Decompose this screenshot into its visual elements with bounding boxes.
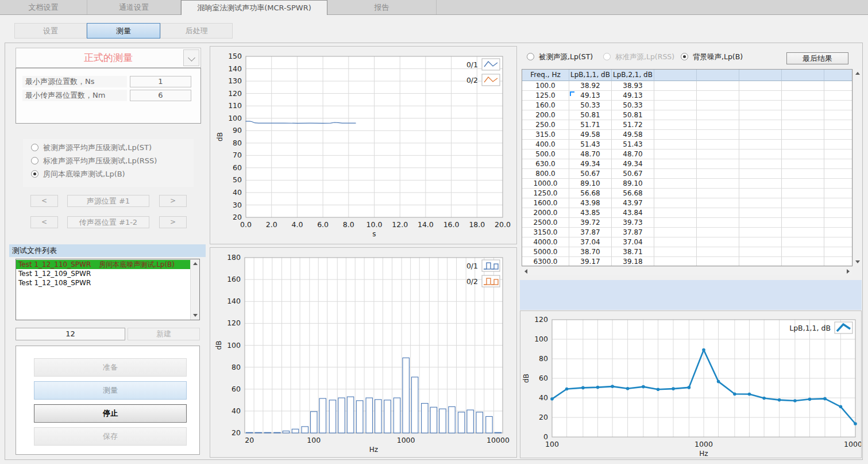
tab-report[interactable]: 报告	[327, 0, 437, 14]
table-cell[interactable]: 315.0	[522, 130, 569, 140]
table-cell[interactable]	[654, 159, 697, 169]
table-cell[interactable]: 500.0	[522, 149, 569, 159]
table-cell[interactable]	[739, 189, 782, 198]
table-cell[interactable]: 125.0	[522, 91, 569, 101]
table-cell[interactable]	[697, 218, 739, 228]
table-cell[interactable]: 49.34	[569, 159, 612, 169]
table-cell[interactable]	[654, 149, 697, 159]
table-cell[interactable]	[697, 208, 739, 218]
file-list-item[interactable]: Test 1_12_110_SPWR房间本底噪声测试,Lp(B)	[16, 260, 190, 269]
table-cell[interactable]	[697, 101, 739, 110]
param-value-2[interactable]: 6	[130, 90, 191, 101]
table-cell[interactable]: 56.68	[569, 189, 612, 198]
table-cell[interactable]	[697, 179, 739, 189]
table-cell[interactable]	[824, 247, 852, 257]
mic-position-next-button[interactable]: >	[159, 216, 187, 228]
legend-0-1[interactable]: 0/1	[466, 260, 500, 271]
table-cell[interactable]	[697, 110, 739, 120]
radio-view-lp-b[interactable]: 背景噪声,Lp(B)	[681, 52, 743, 62]
table-cell[interactable]	[782, 91, 824, 101]
table-cell[interactable]	[739, 120, 782, 130]
table-cell[interactable]: 50.33	[612, 101, 654, 110]
table-cell[interactable]: 39.18	[612, 257, 654, 266]
table-cell[interactable]: 89.10	[569, 179, 612, 189]
table-cell[interactable]: 43.84	[612, 208, 654, 218]
table-cell[interactable]	[654, 247, 697, 257]
radio-test-lp-b[interactable]: 房间本底噪声测试,Lp(B)	[31, 169, 125, 179]
table-cell[interactable]	[824, 140, 852, 149]
table-header-cell[interactable]	[824, 70, 852, 81]
chevron-down-icon[interactable]	[183, 49, 199, 66]
table-header-cell[interactable]: Freq., Hz	[522, 70, 569, 81]
file-list-item[interactable]: Test 1_12_109_SPWR	[16, 269, 190, 278]
legend-0-2[interactable]: 0/2	[466, 74, 500, 86]
table-cell[interactable]	[782, 237, 824, 247]
scroll-down-icon[interactable]	[193, 314, 198, 317]
scroll-up-icon[interactable]	[855, 72, 860, 75]
table-cell[interactable]	[654, 169, 697, 179]
table-cell[interactable]	[824, 237, 852, 247]
legend-0-2[interactable]: 0/2	[466, 275, 500, 287]
table-cell[interactable]	[697, 198, 739, 208]
table-header-cell[interactable]: LpB,1,1, dB	[569, 70, 612, 81]
table-cell[interactable]	[654, 120, 697, 130]
table-cell[interactable]: 37.87	[612, 228, 654, 237]
table-cell[interactable]	[782, 257, 824, 266]
table-header-cell[interactable]	[739, 70, 782, 81]
table-cell[interactable]	[739, 149, 782, 159]
table-cell[interactable]	[739, 110, 782, 120]
table-cell[interactable]	[697, 91, 739, 101]
scroll-right-icon[interactable]	[847, 269, 850, 274]
table-cell[interactable]: 43.98	[569, 198, 612, 208]
new-file-button[interactable]: 新建	[128, 328, 200, 340]
table-header-cell[interactable]	[654, 70, 697, 81]
tab-document-settings[interactable]: 文档设置	[0, 0, 87, 14]
table-cell[interactable]	[824, 169, 852, 179]
measure-button[interactable]: 测量	[34, 381, 187, 400]
table-cell[interactable]: 1600.0	[522, 198, 569, 208]
table-cell[interactable]: 2500.0	[522, 218, 569, 228]
table-cell[interactable]	[824, 189, 852, 198]
table-cell[interactable]: 51.43	[569, 140, 612, 149]
table-cell[interactable]	[824, 120, 852, 130]
table-cell[interactable]: 89.10	[612, 179, 654, 189]
table-cell[interactable]: 51.71	[569, 120, 612, 130]
table-cell[interactable]	[782, 189, 824, 198]
table-cell[interactable]: 51.43	[612, 140, 654, 149]
tab-mcr-spwr[interactable]: 混响室法测试声功率(MCR-SPWR)	[181, 0, 327, 15]
table-cell[interactable]: 48.70	[612, 149, 654, 159]
table-cell[interactable]: 49.13	[569, 91, 612, 101]
table-cell[interactable]	[739, 198, 782, 208]
table-cell[interactable]	[824, 81, 852, 91]
legend-0-1[interactable]: 0/1	[466, 59, 500, 70]
table-cell[interactable]: 37.04	[612, 237, 654, 247]
table-cell[interactable]	[739, 257, 782, 266]
table-cell[interactable]	[739, 91, 782, 101]
table-cell[interactable]: 5000.0	[522, 247, 569, 257]
table-cell[interactable]	[782, 81, 824, 91]
table-cell[interactable]: 1000.0	[522, 179, 569, 189]
table-cell[interactable]	[824, 208, 852, 218]
table-cell[interactable]	[782, 110, 824, 120]
table-cell[interactable]: 48.70	[569, 149, 612, 159]
table-cell[interactable]	[697, 237, 739, 247]
table-cell[interactable]: 49.58	[612, 130, 654, 140]
table-cell[interactable]: 37.04	[569, 237, 612, 247]
table-header-cell[interactable]: LpB,2,1, dB	[612, 70, 654, 81]
table-cell[interactable]	[739, 179, 782, 189]
table-cell[interactable]: 49.58	[569, 130, 612, 140]
radio-view-lp-st[interactable]: 被测声源,Lp(ST)	[527, 52, 593, 62]
table-cell[interactable]	[739, 208, 782, 218]
table-cell[interactable]	[782, 159, 824, 169]
table-cell[interactable]	[739, 101, 782, 110]
file-list-item[interactable]: Test 1_12_108_SPWR	[16, 278, 190, 287]
subtab-settings[interactable]: 设置	[14, 23, 87, 39]
table-cell[interactable]: 250.0	[522, 120, 569, 130]
table-cell[interactable]	[824, 257, 852, 266]
table-cell[interactable]	[697, 159, 739, 169]
table-cell[interactable]	[654, 179, 697, 189]
radio-test-lp-rss[interactable]: 标准声源平均声压级测试,Lp(RSS)	[31, 156, 157, 166]
table-cell[interactable]	[782, 218, 824, 228]
table-cell[interactable]: 50.67	[569, 169, 612, 179]
table-vertical-scrollbar[interactable]	[852, 69, 862, 266]
